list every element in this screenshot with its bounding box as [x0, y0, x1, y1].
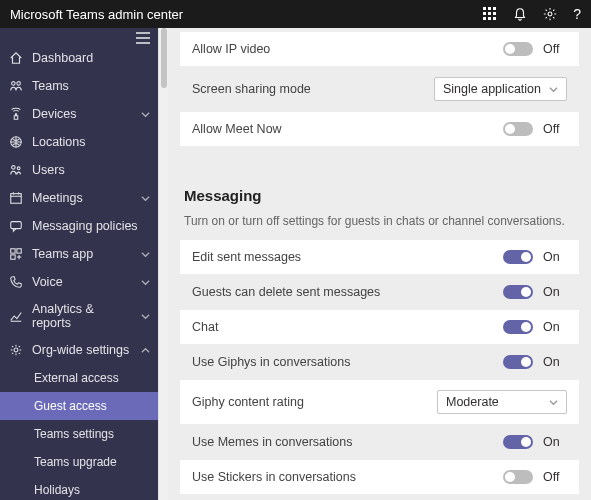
chat-icon: [8, 218, 24, 234]
setting-label: Use Stickers in conversations: [192, 470, 503, 484]
scrollbar-thumb[interactable]: [161, 28, 167, 88]
setting-row-use-giphys: Use Giphys in conversations On: [180, 345, 579, 380]
sidebar-item-messaging-policies[interactable]: Messaging policies: [0, 212, 158, 240]
sidebar-item-meetings[interactable]: Meetings: [0, 184, 158, 212]
toggle-allow-ip-video[interactable]: [503, 42, 533, 56]
sidebar-item-label: Dashboard: [32, 51, 93, 65]
sidebar: Dashboard Teams Devices Locations Users …: [0, 28, 158, 500]
toggle-state-text: On: [543, 320, 567, 334]
toggle-guests-delete[interactable]: [503, 285, 533, 299]
sidebar-item-label: Voice: [32, 275, 63, 289]
main-content: Allow IP video Off Screen sharing mode S…: [168, 28, 591, 500]
bell-icon[interactable]: [513, 7, 527, 21]
select-screen-sharing-mode[interactable]: Single application: [434, 77, 567, 101]
sidebar-item-dashboard[interactable]: Dashboard: [0, 44, 158, 72]
svg-rect-23: [11, 249, 15, 253]
svg-rect-8: [493, 17, 496, 20]
chevron-up-icon: [141, 346, 150, 355]
svg-point-16: [12, 166, 16, 170]
sidebar-item-label: Teams: [32, 79, 69, 93]
toggle-use-memes[interactable]: [503, 435, 533, 449]
sidebar-item-teams[interactable]: Teams: [0, 72, 158, 100]
setting-label: Edit sent messages: [192, 250, 503, 264]
topbar: Microsoft Teams admin center ?: [0, 0, 591, 28]
globe-icon: [8, 134, 24, 150]
help-icon[interactable]: ?: [573, 6, 581, 22]
svg-point-14: [17, 82, 21, 86]
sidebar-item-devices[interactable]: Devices: [0, 100, 158, 128]
select-giphy-rating[interactable]: Moderate: [437, 390, 567, 414]
setting-label: Allow Meet Now: [192, 122, 503, 136]
toggle-state-text: Off: [543, 470, 567, 484]
sidebar-item-label: Users: [32, 163, 65, 177]
toggle-edit-sent-messages[interactable]: [503, 250, 533, 264]
sidebar-item-locations[interactable]: Locations: [0, 128, 158, 156]
sidebar-item-voice[interactable]: Voice: [0, 268, 158, 296]
chevron-down-icon: [141, 194, 150, 203]
svg-rect-3: [483, 12, 486, 15]
svg-rect-6: [483, 17, 486, 20]
sidebar-item-users[interactable]: Users: [0, 156, 158, 184]
chevron-down-icon: [141, 250, 150, 259]
sidebar-item-label: Messaging policies: [32, 219, 138, 233]
sidebar-item-teams-app[interactable]: Teams app: [0, 240, 158, 268]
toggle-allow-meet-now[interactable]: [503, 122, 533, 136]
sidebar-item-label: Teams app: [32, 247, 93, 261]
setting-row-giphy-rating: Giphy content rating Moderate: [180, 380, 579, 425]
svg-rect-7: [488, 17, 491, 20]
sidebar-subitem-external-access[interactable]: External access: [0, 364, 158, 392]
toggle-use-stickers[interactable]: [503, 470, 533, 484]
svg-rect-1: [488, 7, 491, 10]
gear-icon[interactable]: [543, 7, 557, 21]
svg-rect-2: [493, 7, 496, 10]
setting-row-allow-meet-now: Allow Meet Now Off: [180, 112, 579, 147]
sidebar-subitem-teams-upgrade[interactable]: Teams upgrade: [0, 448, 158, 476]
setting-label: Guests can delete sent messages: [192, 285, 503, 299]
toggle-state-text: On: [543, 250, 567, 264]
toggle-use-giphys[interactable]: [503, 355, 533, 369]
waffle-icon[interactable]: [483, 7, 497, 21]
chevron-down-icon: [141, 110, 150, 119]
setting-row-guests-delete: Guests can delete sent messages On: [180, 275, 579, 310]
toggle-state-text: On: [543, 285, 567, 299]
section-desc-messaging: Turn on or turn off settings for guests …: [184, 214, 579, 228]
sidebar-item-label: Analytics & reports: [32, 302, 133, 330]
setting-label: Use Giphys in conversations: [192, 355, 503, 369]
apps-icon: [8, 246, 24, 262]
scrollbar-track[interactable]: [158, 28, 168, 500]
devices-icon: [8, 106, 24, 122]
teams-icon: [8, 78, 24, 94]
setting-row-use-memes: Use Memes in conversations On: [180, 425, 579, 460]
sidebar-collapse-button[interactable]: [0, 28, 158, 44]
sidebar-item-label: Org-wide settings: [32, 343, 129, 357]
setting-row-screen-sharing-mode: Screen sharing mode Single application: [180, 67, 579, 112]
setting-row-use-stickers: Use Stickers in conversations Off: [180, 460, 579, 495]
sidebar-subitem-teams-settings[interactable]: Teams settings: [0, 420, 158, 448]
chevron-down-icon: [549, 398, 558, 407]
sidebar-subitem-guest-access[interactable]: Guest access: [0, 392, 158, 420]
sidebar-item-label: Meetings: [32, 191, 83, 205]
chevron-down-icon: [549, 85, 558, 94]
setting-row-edit-sent-messages: Edit sent messages On: [180, 240, 579, 275]
sidebar-item-analytics[interactable]: Analytics & reports: [0, 296, 158, 336]
topbar-title: Microsoft Teams admin center: [10, 7, 483, 22]
sidebar-subitem-holidays[interactable]: Holidays: [0, 476, 158, 500]
svg-rect-22: [11, 222, 22, 229]
sidebar-item-label: Locations: [32, 135, 86, 149]
setting-label: Allow IP video: [192, 42, 503, 56]
svg-point-27: [14, 348, 18, 352]
setting-label: Giphy content rating: [192, 395, 437, 409]
phone-icon: [8, 274, 24, 290]
setting-label: Use Memes in conversations: [192, 435, 503, 449]
select-value: Moderate: [446, 395, 499, 409]
setting-row-allow-ip-video: Allow IP video Off: [180, 32, 579, 67]
chevron-down-icon: [141, 278, 150, 287]
sidebar-item-org-wide[interactable]: Org-wide settings: [0, 336, 158, 364]
gear-icon: [8, 342, 24, 358]
toggle-state-text: On: [543, 435, 567, 449]
setting-row-immersive-reader: Allow immersive reader for viewing messa…: [180, 495, 579, 500]
toggle-chat[interactable]: [503, 320, 533, 334]
chevron-down-icon: [141, 312, 150, 321]
svg-rect-4: [488, 12, 491, 15]
svg-point-13: [12, 82, 16, 86]
